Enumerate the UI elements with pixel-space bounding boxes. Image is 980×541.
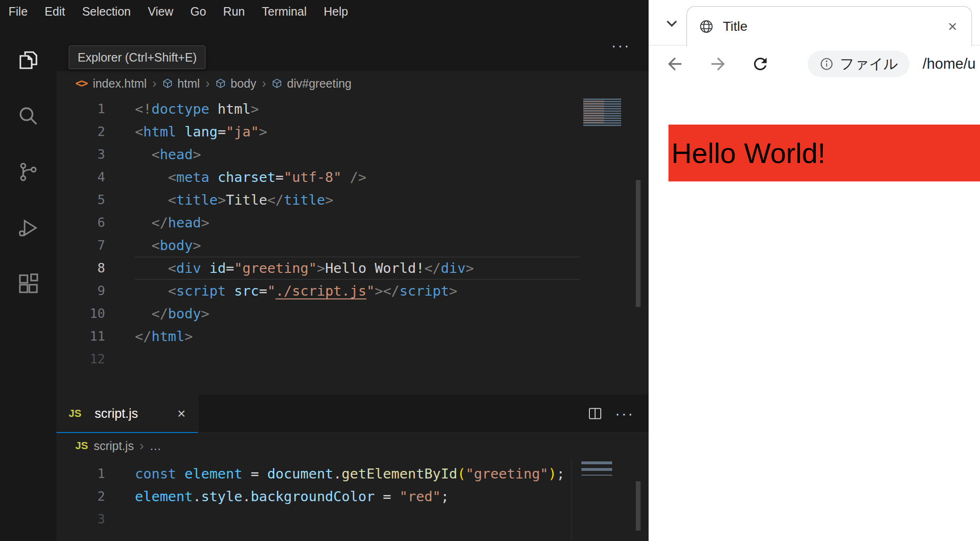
browser-tab-title: Title xyxy=(723,19,936,34)
tab-close-icon[interactable] xyxy=(945,19,960,34)
minimap-content xyxy=(583,100,604,124)
line-number: 4 xyxy=(56,166,105,189)
hello-world-text: Hello World! xyxy=(671,137,826,170)
line-number: 8 xyxy=(56,257,105,280)
menu-item-help[interactable]: Help xyxy=(315,5,356,18)
activity-bar xyxy=(0,23,56,541)
code-line[interactable]: 6 </head> xyxy=(56,211,649,234)
line-number: 1 xyxy=(56,462,105,485)
menu-item-run[interactable]: Run xyxy=(214,5,253,18)
browser-page: Hello World! xyxy=(649,82,980,541)
explorer-icon[interactable] xyxy=(0,32,56,88)
editor-actions-more-icon[interactable]: ··· xyxy=(611,37,631,54)
code-line[interactable]: 1<!doctype html> xyxy=(56,98,649,120)
menu-bar: File Edit Selection View Go Run Terminal… xyxy=(0,0,649,23)
breadcrumb-separator-icon: › xyxy=(147,76,162,91)
source-control-icon[interactable] xyxy=(0,144,56,200)
globe-icon xyxy=(698,18,714,35)
symbol-cube-icon xyxy=(162,78,173,89)
security-chip-label: ファイル xyxy=(840,54,898,74)
code-line[interactable]: 10 </body> xyxy=(56,302,649,325)
line-number: 2 xyxy=(56,485,105,508)
code-line[interactable]: 12 xyxy=(56,348,649,370)
menu-item-file[interactable]: File xyxy=(0,5,36,18)
menu-item-go[interactable]: Go xyxy=(182,5,214,18)
code-line[interactable]: 3 <head> xyxy=(56,143,649,166)
info-icon xyxy=(819,56,834,72)
symbol-cube-icon xyxy=(272,78,282,89)
forward-button[interactable] xyxy=(708,54,727,73)
line-number: 12 xyxy=(56,348,105,370)
editor-area: ··· Explorer (Ctrl+Shift+E) <> index.htm… xyxy=(56,23,649,541)
page-red-div: Hello World! xyxy=(668,125,980,181)
breadcrumb-separator-icon: › xyxy=(134,439,150,453)
menu-item-view[interactable]: View xyxy=(139,5,182,18)
html-file-icon: <> xyxy=(75,77,87,90)
line-number: 5 xyxy=(56,189,105,211)
extensions-icon[interactable] xyxy=(0,256,56,312)
code-line[interactable]: 8 <div id="greeting">Hello World!</div> xyxy=(56,257,649,280)
line-number: 10 xyxy=(56,302,105,325)
breadcrumb-item-body[interactable]: body xyxy=(231,77,256,90)
editor-actions-more-icon[interactable]: ··· xyxy=(615,405,634,423)
code-editor-html[interactable]: 1<!doctype html>2<html lang="ja">3 <head… xyxy=(56,98,649,370)
vscode-window: File Edit Selection View Go Run Terminal… xyxy=(0,0,649,541)
symbol-cube-icon xyxy=(215,78,226,89)
line-number: 6 xyxy=(56,211,105,234)
run-debug-icon[interactable] xyxy=(0,200,56,256)
line-number: 1 xyxy=(56,98,105,120)
js-file-icon: JS xyxy=(75,440,88,452)
breadcrumb-item-html[interactable]: html xyxy=(178,77,200,90)
code-line[interactable]: 1const element = document.getElementById… xyxy=(56,462,649,485)
back-button[interactable] xyxy=(666,54,685,73)
minimap[interactable] xyxy=(571,459,631,541)
code-line[interactable]: 4 <meta charset="utf-8" /> xyxy=(56,166,649,189)
tab-script-js[interactable]: JS script.js × xyxy=(56,395,198,433)
screen: File Edit Selection View Go Run Terminal… xyxy=(0,0,980,541)
menu-item-edit[interactable]: Edit xyxy=(36,5,73,18)
code-editor-js[interactable]: 1const element = document.getElementById… xyxy=(56,462,649,531)
browser-tab[interactable]: Title xyxy=(686,6,972,46)
split-editor-icon[interactable] xyxy=(588,406,603,421)
js-file-icon: JS xyxy=(69,407,81,420)
line-number: 2 xyxy=(56,120,105,143)
browser-window: Title ファイル /home/u Hello World xyxy=(649,0,980,541)
breadcrumb-item-file[interactable]: index.html xyxy=(93,77,147,90)
explorer-tooltip: Explorer (Ctrl+Shift+E) xyxy=(69,45,205,69)
browser-toolbar: ファイル /home/u xyxy=(649,45,980,82)
breadcrumb-item-div-greeting[interactable]: div#greeting xyxy=(287,77,351,90)
reload-button[interactable] xyxy=(751,54,770,73)
code-line[interactable]: 3 xyxy=(56,508,649,531)
tab-label: script.js xyxy=(95,406,170,421)
editor-actions-bottom: ··· xyxy=(588,395,634,433)
line-number: 11 xyxy=(56,325,105,348)
code-line[interactable]: 9 <script src="./script.js"></script> xyxy=(56,280,649,302)
breadcrumb-ellipsis[interactable]: … xyxy=(150,439,161,453)
line-number: 3 xyxy=(56,143,105,166)
breadcrumb-js: JS script.js › … xyxy=(56,433,161,458)
chevron-down-icon[interactable] xyxy=(662,13,682,33)
minimap[interactable] xyxy=(581,98,631,368)
code-line[interactable]: 2element.style.backgroundColor = "red"; xyxy=(56,485,649,508)
scrollbar-thumb[interactable] xyxy=(636,180,641,307)
code-line[interactable]: 11</html> xyxy=(56,325,649,348)
security-chip[interactable]: ファイル xyxy=(808,51,909,77)
code-line[interactable]: 7 <body> xyxy=(56,234,649,257)
code-line[interactable]: 2<html lang="ja"> xyxy=(56,120,649,143)
line-number: 3 xyxy=(56,508,105,531)
breadcrumb-item-file[interactable]: script.js xyxy=(94,439,134,453)
menu-item-terminal[interactable]: Terminal xyxy=(253,5,315,18)
line-number: 7 xyxy=(56,234,105,257)
tab-close-icon[interactable]: × xyxy=(177,406,186,421)
line-number: 9 xyxy=(56,280,105,302)
scrollbar-thumb[interactable] xyxy=(636,481,641,531)
menu-item-selection[interactable]: Selection xyxy=(73,5,139,18)
url-text[interactable]: /home/u xyxy=(923,55,976,72)
code-line[interactable]: 5 <title>Title</title> xyxy=(56,189,649,211)
search-icon[interactable] xyxy=(0,88,56,144)
minimap-content xyxy=(581,461,612,476)
breadcrumb-html: <> index.html › html › body › div#greeti… xyxy=(56,71,352,96)
breadcrumb-separator-icon: › xyxy=(200,76,215,91)
breadcrumb-separator-icon: › xyxy=(256,76,272,91)
